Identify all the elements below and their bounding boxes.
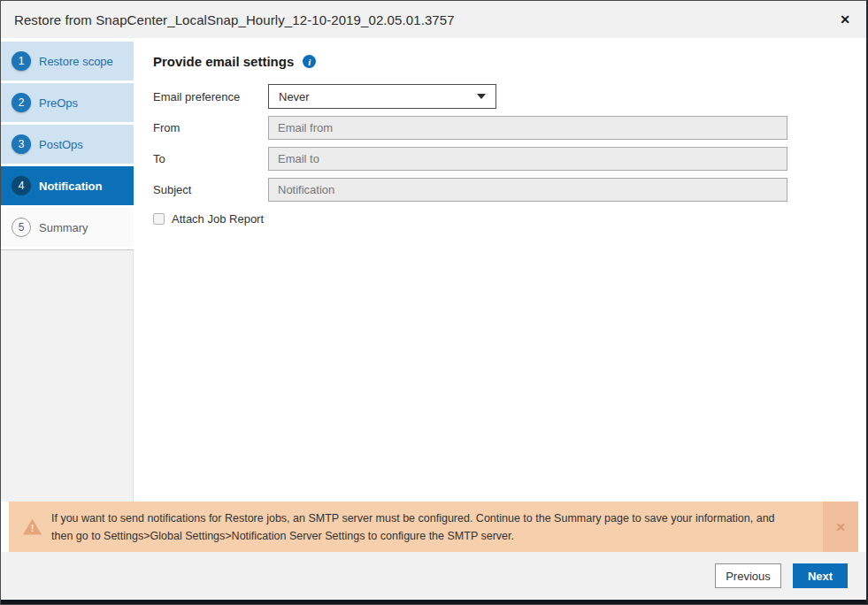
sidebar-step-restore-scope[interactable]: 1 Restore scope [1, 42, 134, 80]
banner-close-icon: ✕ [835, 520, 846, 534]
wizard-steps-sidebar: 1 Restore scope 2 PreOps 3 PostOps 4 Not… [1, 38, 134, 502]
step-label: Summary [39, 221, 88, 234]
subject-label: Subject [153, 183, 268, 196]
step-number-badge: 4 [12, 176, 31, 195]
chevron-down-icon [477, 94, 486, 99]
sidebar-step-preops[interactable]: 2 PreOps [1, 83, 134, 122]
info-icon[interactable]: i [303, 55, 316, 68]
to-label: To [153, 152, 268, 165]
sidebar-step-summary[interactable]: 5 Summary [1, 208, 134, 247]
step-label: PreOps [39, 96, 78, 110]
email-subject-field[interactable] [268, 178, 787, 202]
dialog-body: 1 Restore scope 2 PreOps 3 PostOps 4 Not… [1, 38, 866, 502]
warning-banner-row: ! If you want to send notifications for … [1, 502, 866, 552]
step-number-badge: 3 [12, 134, 31, 154]
page-title: Provide email settings [153, 54, 294, 69]
attach-job-report-label: Attach Job Report [172, 212, 264, 226]
step-number-badge: 1 [12, 51, 31, 71]
banner-dismiss-button[interactable]: ✕ [823, 502, 858, 552]
sidebar-filler [1, 249, 134, 502]
email-preference-value: Never [279, 90, 310, 103]
sidebar-step-notification[interactable]: 4 Notification [1, 166, 134, 205]
restore-wizard-dialog: Restore from SnapCenter_LocalSnap_Hourly… [0, 0, 868, 605]
email-preference-dropdown[interactable]: Never [268, 84, 496, 109]
step-label: PostOps [39, 138, 83, 151]
step-number-badge: 2 [12, 93, 31, 112]
email-to-field[interactable] [268, 147, 787, 171]
dialog-titlebar: Restore from SnapCenter_LocalSnap_Hourly… [1, 1, 866, 38]
next-button[interactable]: Next [793, 563, 848, 588]
window-bottom-edge [1, 600, 866, 604]
footer-bar: Previous Next [1, 552, 866, 600]
step-label: Restore scope [39, 55, 113, 68]
step-label: Notification [39, 180, 103, 193]
dialog-title: Restore from SnapCenter_LocalSnap_Hourly… [14, 12, 455, 27]
step-number-badge: 5 [12, 218, 31, 237]
warning-message: If you want to send notifications for Re… [51, 509, 795, 545]
email-from-field[interactable] [268, 116, 787, 140]
smtp-warning-banner: ! If you want to send notifications for … [9, 502, 858, 552]
close-icon[interactable]: ✕ [840, 13, 850, 26]
notification-form: Provide email settings i Email preferenc… [134, 38, 866, 502]
attach-job-report-checkbox[interactable] [153, 213, 165, 225]
warning-triangle-icon: ! [23, 519, 42, 535]
from-label: From [153, 121, 268, 134]
sidebar-step-postops[interactable]: 3 PostOps [1, 125, 134, 164]
email-preference-label: Email preference [153, 90, 268, 103]
previous-button[interactable]: Previous [715, 563, 781, 588]
